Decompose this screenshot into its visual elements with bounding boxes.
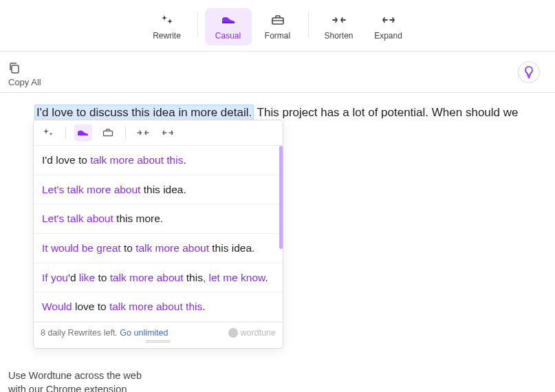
popup-formal-button[interactable] [99, 124, 117, 141]
expand-label: Expand [374, 31, 402, 41]
sub-toolbar: Copy All [0, 52, 555, 93]
shorten-button[interactable]: Shorten [316, 8, 362, 45]
sneaker-icon [221, 13, 236, 27]
svg-rect-3 [12, 65, 19, 73]
expand-icon [381, 13, 396, 27]
suggestion-item[interactable]: If you'd like to talk more about this, l… [34, 263, 283, 293]
suggestion-item[interactable]: Let's talk more about this idea. [34, 175, 283, 205]
rewrite-label: Rewrite [153, 31, 181, 41]
popup-expand-button[interactable] [159, 124, 177, 141]
popup-rewrite-button[interactable] [39, 124, 57, 141]
popup-separator [125, 127, 126, 139]
popup-shorten-button[interactable] [134, 124, 152, 141]
promo-line1: Use Wordtune across the web [8, 369, 142, 382]
copy-all-label: Copy All [8, 77, 41, 87]
svg-rect-6 [104, 131, 113, 136]
suggestion-item[interactable]: I'd love to talk more about this. [34, 146, 283, 175]
formal-label: Formal [265, 31, 290, 41]
toolbar-separator [197, 11, 198, 37]
brand-icon [228, 328, 238, 338]
popup-footer: 8 daily Rewrites left. Go unlimited word… [34, 322, 283, 348]
suggestions-list: I'd love to talk more about this.Let's t… [34, 146, 283, 322]
formal-button[interactable]: Formal [254, 8, 301, 45]
copy-icon [8, 62, 21, 74]
popup-casual-button[interactable] [74, 124, 92, 141]
promo-line2: with our Chrome extension [8, 382, 142, 392]
svg-rect-0 [222, 22, 235, 23]
shorten-icon [331, 13, 347, 27]
scrollbar-thumb[interactable] [279, 146, 283, 249]
briefcase-icon [271, 13, 285, 27]
brand-label: wordtune [228, 328, 276, 338]
expand-button[interactable]: Expand [365, 8, 412, 45]
promo-text: Use Wordtune across the web with our Chr… [8, 369, 142, 392]
popup-separator [65, 127, 66, 139]
casual-button[interactable]: Casual [205, 8, 252, 45]
popup-toolbar [34, 120, 283, 146]
highlighted-text[interactable]: I'd love to discuss this idea in more de… [34, 105, 254, 120]
suggestion-item[interactable]: Let's talk about this more. [34, 204, 283, 234]
copy-all-button[interactable]: Copy All [8, 62, 41, 87]
shorten-label: Shorten [324, 31, 353, 41]
suggestion-item[interactable]: Would love to talk more about this. [34, 292, 283, 322]
sparkle-icon [160, 13, 174, 27]
bulb-icon [523, 65, 534, 79]
top-toolbar: Rewrite Casual Formal Shorten Expand [0, 0, 555, 52]
rewrites-left-text: 8 daily Rewrites left. Go unlimited [41, 328, 168, 338]
suggestion-item[interactable]: It would be great to talk more about thi… [34, 234, 283, 263]
suggestions-popup: I'd love to talk more about this.Let's t… [33, 120, 283, 349]
bulb-button[interactable] [518, 61, 540, 83]
casual-label: Casual [215, 31, 241, 41]
toolbar-separator [308, 11, 309, 37]
rewrite-button[interactable]: Rewrite [144, 8, 191, 45]
go-unlimited-link[interactable]: Go unlimited [120, 328, 168, 338]
resize-handle[interactable] [146, 340, 171, 342]
